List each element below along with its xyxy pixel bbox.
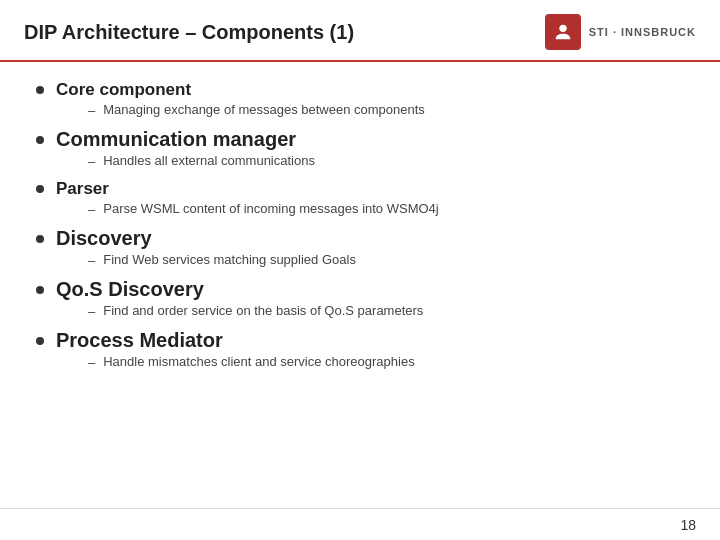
bullet-sub-qos: – Find and order service on the basis of… xyxy=(88,303,684,319)
bullet-item-qos: Qo.S Discovery – Find and order service … xyxy=(36,278,684,319)
bullet-label-comm: Communication manager xyxy=(56,128,296,151)
bullet-main-qos: Qo.S Discovery xyxy=(36,278,684,301)
svg-point-0 xyxy=(559,25,566,32)
bullet-dot-core xyxy=(36,86,44,94)
page-number: 18 xyxy=(680,517,696,533)
bullet-dot-mediator xyxy=(36,337,44,345)
logo-icon xyxy=(545,14,581,50)
bullet-item-discovery: Discovery – Find Web services matching s… xyxy=(36,227,684,268)
bullet-dot-qos xyxy=(36,286,44,294)
bullet-dot-discovery xyxy=(36,235,44,243)
sub-dash-comm: – xyxy=(88,154,95,169)
bullet-sub-core: – Managing exchange of messages between … xyxy=(88,102,684,118)
sub-text-core: Managing exchange of messages between co… xyxy=(103,102,425,117)
bullet-label-core: Core component xyxy=(56,80,191,100)
bullet-label-discovery: Discovery xyxy=(56,227,152,250)
slide: DIP Architecture – Components (1) STI · … xyxy=(0,0,720,540)
bullet-main-parser: Parser xyxy=(36,179,684,199)
bullet-sub-parser: – Parse WSML content of incoming message… xyxy=(88,201,684,217)
sub-text-mediator: Handle mismatches client and service cho… xyxy=(103,354,414,369)
slide-content: Core component – Managing exchange of me… xyxy=(0,62,720,508)
sub-text-discovery: Find Web services matching supplied Goal… xyxy=(103,252,356,267)
bullet-main-core: Core component xyxy=(36,80,684,100)
sub-text-parser: Parse WSML content of incoming messages … xyxy=(103,201,438,216)
sub-dash-core: – xyxy=(88,103,95,118)
bullet-main-comm: Communication manager xyxy=(36,128,684,151)
slide-header: DIP Architecture – Components (1) STI · … xyxy=(0,0,720,62)
bullet-label-parser: Parser xyxy=(56,179,109,199)
sub-dash-discovery: – xyxy=(88,253,95,268)
bullet-main-mediator: Process Mediator xyxy=(36,329,684,352)
bullet-item-mediator: Process Mediator – Handle mismatches cli… xyxy=(36,329,684,370)
logo-area: STI · INNSBRUCK xyxy=(545,14,696,50)
logo-text: STI · INNSBRUCK xyxy=(589,26,696,38)
bullet-item-parser: Parser – Parse WSML content of incoming … xyxy=(36,179,684,217)
bullet-dot-comm xyxy=(36,136,44,144)
bullet-item-core: Core component – Managing exchange of me… xyxy=(36,80,684,118)
sub-text-qos: Find and order service on the basis of Q… xyxy=(103,303,423,318)
bullet-dot-parser xyxy=(36,185,44,193)
sub-text-comm: Handles all external communications xyxy=(103,153,315,168)
bullet-sub-discovery: – Find Web services matching supplied Go… xyxy=(88,252,684,268)
slide-footer: 18 xyxy=(0,508,720,540)
bullet-item-comm: Communication manager – Handles all exte… xyxy=(36,128,684,169)
bullet-sub-comm: – Handles all external communications xyxy=(88,153,684,169)
bullet-main-discovery: Discovery xyxy=(36,227,684,250)
slide-title: DIP Architecture – Components (1) xyxy=(24,21,354,44)
sub-dash-qos: – xyxy=(88,304,95,319)
sub-dash-parser: – xyxy=(88,202,95,217)
bullet-label-qos: Qo.S Discovery xyxy=(56,278,204,301)
bullet-label-mediator: Process Mediator xyxy=(56,329,223,352)
logo-svg xyxy=(552,21,574,43)
sub-dash-mediator: – xyxy=(88,355,95,370)
bullet-sub-mediator: – Handle mismatches client and service c… xyxy=(88,354,684,370)
